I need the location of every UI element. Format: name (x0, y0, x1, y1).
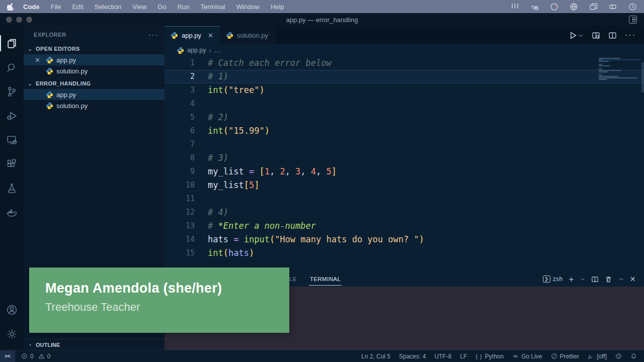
explorer-file-app.py[interactable]: app.py (24, 89, 165, 100)
editor-tab-solution.py[interactable]: solution.py (220, 26, 275, 44)
code-line-4[interactable]: 4 (165, 97, 644, 111)
status-item--off-[interactable]: [off] (588, 353, 607, 360)
more-actions-icon[interactable]: ··· (625, 31, 636, 40)
code-line-7[interactable]: 7 (165, 138, 644, 151)
minimize-window-button[interactable] (16, 17, 22, 23)
status-item-ln-2-col-5[interactable]: Ln 2, Col 5 (361, 353, 390, 360)
folder-section-header[interactable]: ⌄ ERROR_HANDLING (24, 78, 165, 89)
sidebar-item-extensions[interactable] (0, 152, 24, 176)
status-item-spaces-4[interactable]: Spaces: 4 (399, 353, 426, 360)
code-line-14[interactable]: 14hats = input("How many hats do you own… (165, 233, 644, 246)
problems-indicator[interactable]: 0 0 (21, 353, 50, 360)
sidebar-item-source-control[interactable] (0, 79, 24, 104)
screen: CodeFileEditSelectionViewGoRunTerminalWi… (0, 0, 644, 362)
new-terminal-button[interactable]: + (569, 275, 574, 284)
sidebar-item-testing[interactable] (0, 176, 24, 200)
menu-item-window[interactable]: Window (236, 3, 260, 11)
zoom-window-button[interactable] (26, 17, 32, 23)
line-number: 14 (165, 233, 196, 246)
split-terminal-icon[interactable] (591, 276, 599, 283)
terminal-shell-selector[interactable]: ❯ zsh (543, 276, 563, 283)
broadcast-icon (512, 353, 519, 359)
code-line-5[interactable]: 5# 2) (165, 111, 644, 124)
windows-copy-icon (589, 3, 598, 11)
code-line-10[interactable]: 10my_list[5] (165, 178, 644, 192)
chevron-down-icon[interactable] (580, 277, 585, 282)
remote-indicator[interactable]: >< (0, 350, 15, 362)
close-tab-icon[interactable]: ✕ (208, 32, 213, 39)
code-line-6[interactable]: 6int("15.99") (165, 124, 644, 138)
run-python-file-button[interactable] (569, 31, 584, 40)
status-item-python[interactable]: { }Python (475, 353, 504, 360)
editor-tab-app.py[interactable]: app.py✕ (165, 26, 220, 44)
kill-terminal-icon[interactable] (605, 276, 612, 283)
code-line-1[interactable]: 1# Catch each error below (165, 56, 644, 70)
python-file-icon (177, 47, 184, 54)
close-panel-icon[interactable]: ✕ (630, 275, 636, 283)
breadcrumb-file[interactable]: app.py (187, 47, 206, 54)
code-line-3[interactable]: 3int("tree") (165, 83, 644, 97)
status-item-utf-8[interactable]: UTF-8 (434, 353, 451, 360)
status-item-prettier[interactable]: Prettier (551, 353, 580, 360)
menu-item-terminal[interactable]: Terminal (201, 3, 225, 11)
sidebar-item-explorer[interactable] (0, 31, 24, 55)
sidebar-item-remote-explorer[interactable] (0, 128, 24, 152)
menu-item-help[interactable]: Help (271, 3, 284, 11)
code-line-12[interactable]: 12# 4) (165, 206, 644, 219)
code-line-9[interactable]: 9my_list = [1, 2, 3, 4, 5] (165, 165, 644, 178)
sidebar-item-search[interactable] (0, 55, 24, 79)
open-editor-file-solution.py[interactable]: solution.py (24, 65, 165, 76)
menu-item-go[interactable]: Go (157, 3, 166, 11)
open-changes-icon[interactable] (592, 31, 600, 40)
sidebar-item-accounts[interactable] (0, 298, 24, 322)
warning-icon (38, 353, 45, 359)
screencast-icon (588, 353, 594, 359)
macos-menu-bar: CodeFileEditSelectionViewGoRunTerminalWi… (0, 0, 644, 13)
line-number: 4 (165, 97, 196, 111)
customize-layout-icon[interactable] (629, 16, 637, 24)
waves-icon (511, 3, 519, 11)
code-editor[interactable]: 1# Catch each error below2# 1)3int("tree… (165, 56, 644, 272)
line-number: 2 (165, 70, 196, 83)
status-item-lf[interactable]: LF (460, 353, 467, 360)
minimap[interactable] (599, 58, 640, 80)
sidebar-item-docker[interactable] (0, 200, 24, 224)
maximize-panel-icon[interactable] (618, 277, 624, 282)
menu-item-file[interactable]: File (51, 3, 61, 11)
open-editors-section-header[interactable]: ⌄ OPEN EDITORS (24, 43, 165, 54)
sidebar-item-run-debug[interactable] (0, 104, 24, 128)
menu-item-selection[interactable]: Selection (95, 3, 121, 11)
explorer-file-solution.py[interactable]: solution.py (24, 100, 165, 111)
status-item-smiley[interactable] (615, 353, 622, 359)
menu-items: CodeFileEditSelectionViewGoRunTerminalWi… (23, 3, 295, 11)
panel-tab-partial[interactable]: LE (289, 276, 297, 282)
presenter-role: Treehouse Teacher (45, 301, 289, 314)
close-icon[interactable]: ✕ (35, 56, 40, 64)
error-icon (21, 353, 28, 359)
code-line-11[interactable]: 11 (165, 192, 644, 206)
settings-gear-icon[interactable] (0, 322, 24, 346)
chevron-down-icon (578, 33, 584, 38)
apple-logo-icon[interactable] (7, 3, 15, 11)
open-editor-file-app.py[interactable]: ✕app.py (24, 54, 165, 65)
menu-item-code[interactable]: Code (23, 3, 40, 11)
code-line-8[interactable]: 8# 3) (165, 151, 644, 165)
status-item-bell[interactable] (630, 353, 637, 359)
menu-item-view[interactable]: View (132, 3, 146, 11)
explorer-more-actions-icon[interactable]: ··· (148, 31, 158, 39)
outline-section-header[interactable]: › OUTLINE (24, 339, 165, 350)
code-line-2[interactable]: 2# 1) (165, 70, 644, 83)
traffic-lights[interactable] (6, 17, 32, 23)
code-line-15[interactable]: 15int(hats) (165, 246, 644, 260)
split-editor-icon[interactable] (608, 31, 617, 40)
panel-tab-terminal[interactable]: TERMINAL (309, 273, 342, 286)
breadcrumb[interactable]: app.py › … (165, 44, 644, 56)
breadcrumb-symbol[interactable]: … (214, 47, 221, 54)
status-item-go-live[interactable]: Go Live (512, 353, 542, 360)
code-line-13[interactable]: 13# *Enter a non-number (165, 219, 644, 233)
menu-item-run[interactable]: Run (178, 3, 190, 11)
editor-scrollbar[interactable] (641, 62, 644, 93)
menu-item-edit[interactable]: Edit (72, 3, 83, 11)
close-window-button[interactable] (6, 17, 12, 23)
window-title-bar[interactable]: app.py — error_handling (0, 13, 644, 26)
